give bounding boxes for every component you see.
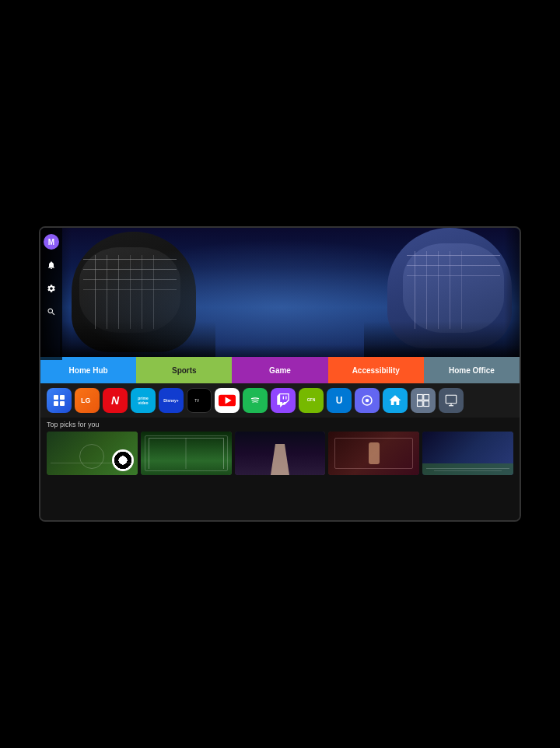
app-icon-multiview[interactable] (411, 388, 436, 413)
app-icon-appletv[interactable]: TV (187, 388, 212, 413)
app-icon-extra[interactable] (439, 388, 464, 413)
svg-rect-9 (418, 401, 423, 407)
hero-image (40, 228, 520, 357)
bottom-ui: Home Hub Sports Game Accessibility Home … (40, 357, 520, 520)
search-icon[interactable] (44, 304, 59, 320)
tab-home-hub[interactable]: Home Hub (40, 357, 136, 383)
top-picks-label: Top picks for you (47, 421, 513, 428)
tv-frame: M (39, 226, 521, 522)
sidebar: M (40, 228, 62, 357)
app-icon-circle[interactable] (355, 388, 380, 413)
pick-item-5[interactable] (422, 432, 513, 475)
picks-row (47, 432, 513, 475)
tv-content: M (40, 228, 520, 357)
svg-text:LG: LG (81, 397, 91, 404)
svg-rect-10 (424, 401, 429, 407)
app-icon-uplay[interactable]: U (327, 388, 352, 413)
svg-rect-7 (418, 395, 423, 400)
app-icon-smarthome[interactable] (383, 388, 408, 413)
app-icon-apps[interactable] (47, 388, 72, 413)
app-icon-prime[interactable]: primevideo (131, 388, 156, 413)
app-icon-geforce[interactable]: GFN (299, 388, 324, 413)
tab-home-office[interactable]: Home Office (424, 357, 520, 383)
svg-rect-8 (424, 395, 429, 400)
app-icon-disney[interactable]: Disney+ (159, 388, 184, 413)
bell-icon[interactable] (44, 257, 59, 273)
pick-item-1[interactable] (47, 432, 138, 475)
app-icon-netflix[interactable]: N (103, 388, 128, 413)
svg-text:TV: TV (194, 399, 200, 403)
pick-item-2[interactable] (141, 432, 232, 475)
svg-point-6 (366, 399, 369, 403)
top-picks-section: Top picks for you (40, 418, 520, 520)
app-icon-spotify[interactable] (243, 388, 268, 413)
tab-game[interactable]: Game (232, 357, 327, 383)
app-icon-youtube[interactable] (215, 388, 240, 413)
tab-sports[interactable]: Sports (136, 357, 232, 383)
svg-point-4 (248, 393, 261, 407)
apps-row: LG N primevideo Disney+ TV (40, 383, 520, 418)
settings-icon[interactable] (44, 281, 59, 296)
hero-area (40, 228, 520, 357)
profile-icon[interactable]: M (44, 234, 59, 250)
tab-accessibility[interactable]: Accessibility (328, 357, 424, 383)
pick-item-3[interactable] (235, 432, 326, 475)
app-icon-lg[interactable]: LG (75, 388, 100, 413)
app-icon-twitch[interactable] (271, 388, 296, 413)
svg-rect-11 (446, 395, 457, 404)
pick-item-4[interactable] (328, 432, 419, 475)
nav-tabs: Home Hub Sports Game Accessibility Home … (40, 357, 520, 383)
